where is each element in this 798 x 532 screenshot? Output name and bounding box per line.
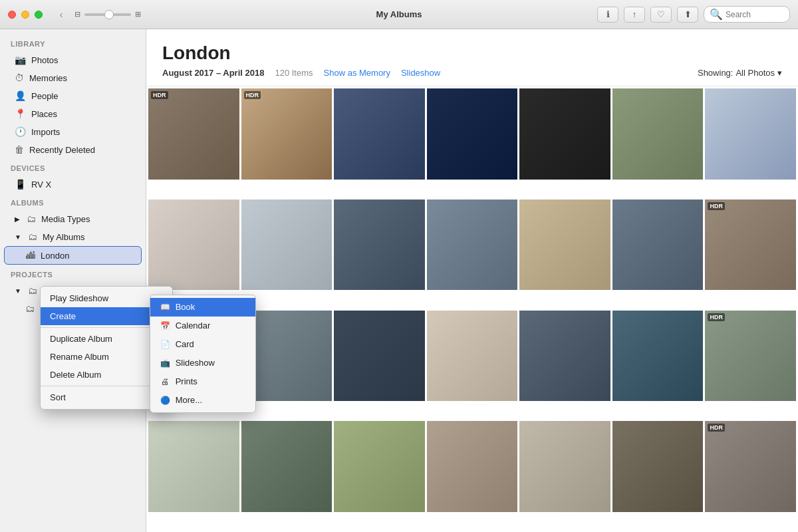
imports-icon: 🕐 [15, 126, 26, 137]
zoom-control: ⊟ ⊞ [74, 10, 141, 19]
sidebar-item-memories[interactable]: ⏱ Memories [4, 69, 142, 86]
info-button[interactable]: ℹ [597, 7, 618, 23]
sidebar-item-london[interactable]: 🏙 London [4, 246, 142, 265]
photo-cell[interactable] [612, 200, 704, 291]
photo-cell[interactable] [148, 421, 239, 512]
menu-item-label: Delete Album [50, 370, 101, 380]
album-meta: August 2017 – April 2018 120 Items Show … [162, 68, 782, 78]
photo-cell[interactable] [148, 200, 239, 291]
folder-icon: 🗂 [27, 213, 36, 224]
submenu: 📖 Book 📅 Calendar 📄 Card 📺 Slideshow 🖨 P… [150, 295, 256, 413]
photo-cell[interactable] [334, 200, 425, 291]
photo-cell[interactable]: HDR [705, 311, 796, 402]
slideshow-icon: 📺 [160, 358, 170, 368]
navigation: ‹ [53, 7, 69, 23]
submenu-item-slideshow[interactable]: 📺 Slideshow [150, 354, 255, 372]
more-icon: 🔵 [160, 395, 170, 406]
maximize-button[interactable] [35, 11, 43, 19]
menu-item-label: Play Slideshow [50, 293, 108, 303]
heart-icon: ♡ [657, 9, 665, 19]
sidebar-item-imports[interactable]: 🕐 Imports [4, 123, 142, 140]
photo-cell[interactable] [427, 88, 518, 180]
share-button[interactable]: ↑ [624, 7, 645, 23]
photo-cell[interactable] [519, 311, 610, 402]
sidebar-item-label: Places [31, 109, 57, 119]
sidebar-item-media-types[interactable]: ▶ 🗂 Media Types [4, 210, 142, 227]
submenu-item-label: Prints [176, 376, 198, 386]
hdr-badge: HDR [244, 91, 261, 99]
album-header: London August 2017 – April 2018 120 Item… [146, 29, 798, 86]
submenu-item-more[interactable]: 🔵 More... [150, 391, 255, 410]
photo-cell[interactable] [334, 88, 425, 180]
sidebar-item-photos[interactable]: 📷 Photos [4, 51, 142, 68]
slideshow-link[interactable]: Slideshow [401, 68, 440, 78]
expand-icon: ▼ [15, 287, 21, 295]
menu-item-label: Rename Album [50, 352, 109, 362]
photo-cell[interactable]: HDR [148, 88, 239, 180]
device-icon: 📱 [15, 179, 26, 190]
back-button[interactable]: ‹ [53, 7, 69, 23]
photo-cell[interactable]: HDR [705, 421, 796, 512]
places-icon: 📍 [15, 108, 26, 119]
search-box[interactable]: 🔍 [704, 6, 790, 23]
submenu-item-card[interactable]: 📄 Card [150, 335, 255, 354]
showing-filter[interactable]: Showing: All Photos ▾ [698, 68, 782, 78]
albums-section-label: Albums [0, 194, 146, 209]
zoom-in-icon: ⊞ [135, 10, 141, 19]
photo-cell[interactable] [427, 311, 518, 402]
sidebar-item-people[interactable]: 👤 People [4, 87, 142, 104]
toolbar-actions: ℹ ↑ ♡ ⬆ 🔍 [597, 6, 790, 23]
submenu-item-label: More... [176, 395, 202, 405]
show-as-memory-link[interactable]: Show as Memory [324, 68, 390, 78]
photo-cell[interactable] [334, 311, 425, 402]
photo-cell[interactable] [519, 200, 610, 291]
photo-cell[interactable] [612, 88, 704, 180]
photo-cell[interactable]: HDR [241, 88, 332, 180]
export-button[interactable]: ⬆ [677, 7, 698, 23]
sidebar-item-places[interactable]: 📍 Places [4, 105, 142, 122]
photo-cell[interactable] [334, 421, 425, 512]
menu-item-label: Create [50, 311, 76, 321]
sidebar-item-label: My Albums [43, 232, 85, 242]
close-button[interactable] [8, 11, 16, 19]
devices-section-label: Devices [0, 159, 146, 175]
photo-cell[interactable] [241, 421, 332, 512]
photo-cell[interactable] [427, 421, 518, 512]
showing-value: All Photos [735, 68, 775, 78]
minimize-button[interactable] [21, 11, 29, 19]
photo-cell[interactable] [519, 421, 610, 512]
sidebar-item-label: London [41, 251, 69, 261]
photo-cell[interactable] [241, 200, 332, 291]
search-input[interactable] [726, 10, 792, 19]
sidebar-item-label: Recently Deleted [29, 145, 95, 155]
sidebar-item-my-albums[interactable]: ▼ 🗂 My Albums [4, 228, 142, 245]
photo-cell[interactable]: HDR [705, 200, 796, 291]
submenu-item-label: Calendar [176, 321, 211, 331]
sidebar-item-rv-x[interactable]: 📱 RV X [4, 176, 142, 193]
zoom-slider[interactable] [84, 13, 131, 16]
chevron-down-icon: ▾ [777, 68, 782, 78]
book-icon: 📖 [160, 302, 170, 313]
sidebar-item-recently-deleted[interactable]: 🗑 Recently Deleted [4, 141, 142, 158]
submenu-item-prints[interactable]: 🖨 Prints [150, 372, 255, 391]
menu-item-label: Sort [50, 392, 66, 402]
photo-cell[interactable] [427, 200, 518, 291]
album-dates: August 2017 – April 2018 [162, 68, 264, 78]
titlebar: ‹ ⊟ ⊞ My Albums ℹ ↑ ♡ ⬆ 🔍 [0, 0, 798, 29]
menu-item-label: Duplicate Album [50, 334, 112, 344]
submenu-item-label: Card [176, 339, 194, 349]
hdr-badge: HDR [151, 91, 168, 99]
album-icon: 🏙 [26, 250, 35, 261]
folder-icon: 🗂 [28, 285, 37, 296]
submenu-item-book[interactable]: 📖 Book [150, 298, 255, 317]
photo-cell[interactable] [612, 311, 704, 402]
hdr-badge: HDR [708, 424, 725, 432]
export-icon: ⬆ [684, 9, 692, 19]
zoom-thumb [104, 10, 114, 19]
heart-button[interactable]: ♡ [650, 7, 672, 23]
photo-cell[interactable] [519, 88, 610, 180]
photo-cell[interactable] [612, 421, 704, 512]
submenu-item-calendar[interactable]: 📅 Calendar [150, 317, 255, 335]
photo-cell[interactable] [705, 88, 796, 180]
window-controls [8, 11, 43, 19]
